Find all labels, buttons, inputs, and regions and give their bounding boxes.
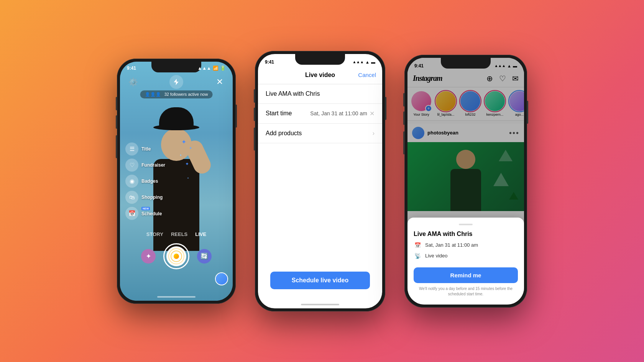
badges-menu-item[interactable]: ◉ Badges bbox=[125, 175, 165, 188]
badges-icon: ◉ bbox=[125, 175, 138, 188]
signal-icon: ▲▲▲ bbox=[197, 66, 211, 71]
sheet-handle bbox=[459, 224, 473, 225]
tools-button[interactable] bbox=[169, 75, 183, 89]
title-label: Title bbox=[141, 146, 151, 152]
live-header: ⚙️ ✕ bbox=[120, 75, 233, 89]
form-title: Live video bbox=[305, 72, 335, 79]
lightning-icon bbox=[172, 78, 180, 86]
followers-bar: 👤👤👤 32 followers active now bbox=[140, 90, 213, 98]
side-menu: ☰ Title ♡ Fundraiser ◉ Badges 🛍 Shopping bbox=[125, 143, 165, 220]
fundraiser-icon: ♡ bbox=[125, 159, 138, 172]
phones-container: ✦ ✦ ✦ ✦ ✦ bbox=[117, 51, 527, 311]
status-bar-phone1: 9:41 ▲▲▲ 📶 🔋 bbox=[120, 62, 233, 72]
start-time-value: Sat, Jan 31 at 11:00 am bbox=[310, 110, 367, 116]
phone-instagram-feed: 9:41 ▲▲▲ ▲ ▬ Instagram ⊕ ♡ ✉ bbox=[404, 55, 527, 308]
volume-up-button[interactable] bbox=[116, 97, 117, 110]
home-indicator bbox=[157, 296, 196, 298]
camera-mode-tabs: STORY REELS LIVE bbox=[120, 231, 233, 237]
shopping-menu-item[interactable]: 🛍 Shopping bbox=[125, 191, 165, 204]
phone-live-camera: ✦ ✦ ✦ ✦ ✦ bbox=[117, 59, 236, 304]
sheet-title: Live AMA with Chris bbox=[414, 231, 518, 238]
follower-avatars: 👤👤👤 bbox=[145, 92, 161, 97]
title-menu-item[interactable]: ☰ Title bbox=[125, 143, 165, 156]
signal-icon-2: ▲▲▲ bbox=[352, 60, 364, 64]
chevron-right-icon: › bbox=[373, 130, 375, 137]
close-icon: ✕ bbox=[216, 77, 223, 87]
type-row: 📡 Live video bbox=[414, 252, 518, 260]
schedule-btn-container: Schedule live video bbox=[258, 264, 382, 297]
camera-controls: ✦ bbox=[120, 243, 233, 269]
calendar-icon: 📅 bbox=[414, 241, 421, 249]
remind-me-button[interactable]: Remind me bbox=[414, 267, 518, 283]
notify-text: We'll notify you a day before and 15 min… bbox=[414, 286, 518, 297]
schedule-icon: 📅 bbox=[125, 207, 138, 220]
add-products-label: Add products bbox=[266, 130, 302, 137]
status-icons: ▲▲▲ 📶 🔋 bbox=[197, 66, 226, 71]
reels-tab[interactable]: REELS bbox=[171, 231, 187, 237]
volume-down-button-3[interactable] bbox=[403, 111, 404, 125]
effects-icon: ✦ bbox=[146, 252, 151, 260]
power-button-3[interactable] bbox=[527, 101, 528, 124]
gear-icon: ⚙️ bbox=[128, 77, 138, 87]
close-button[interactable]: ✕ bbox=[213, 75, 227, 89]
flip-camera-button[interactable]: 🔄 bbox=[197, 249, 212, 264]
date-row: 📅 Sat, Jan 31 at 11:00 am bbox=[414, 241, 518, 249]
record-inner bbox=[166, 246, 186, 266]
fundraiser-label: Fundraiser bbox=[141, 162, 165, 168]
camera-flip-secondary[interactable] bbox=[215, 272, 228, 285]
silent-switch[interactable] bbox=[116, 135, 117, 158]
live-title-row[interactable]: Live AMA with Chris bbox=[258, 84, 382, 104]
sheet-type: Live video bbox=[425, 253, 448, 259]
add-products-row[interactable]: Add products › bbox=[258, 124, 382, 143]
schedule-live-video-button[interactable]: Schedule live video bbox=[270, 272, 370, 289]
status-icons-2: ▲▲▲ ▲ ▬ bbox=[352, 60, 375, 64]
volume-up-button-2[interactable] bbox=[254, 89, 255, 103]
followers-count: 32 followers active now bbox=[164, 92, 208, 97]
form-header: Live video Cancel bbox=[258, 66, 382, 84]
volume-up-button-3[interactable] bbox=[403, 93, 404, 106]
schedule-menu-item[interactable]: 📅 NEW Schedule bbox=[125, 207, 165, 220]
schedule-label: Schedule bbox=[141, 211, 162, 216]
phone-live-form: 9:41 ▲▲▲ ▲ ▬ Live video Cancel L bbox=[255, 51, 385, 311]
volume-down-button-2[interactable] bbox=[254, 108, 255, 121]
badges-label: Badges bbox=[141, 179, 158, 184]
start-time-value-container: Sat, Jan 31 at 11:00 am ✕ bbox=[310, 110, 375, 117]
power-button[interactable] bbox=[236, 105, 237, 128]
new-badge: NEW bbox=[141, 207, 150, 210]
wifi-icon: 📶 bbox=[213, 66, 219, 71]
bottom-controls: STORY REELS LIVE ✦ bbox=[120, 231, 233, 285]
live-camera-screen: ✦ ✦ ✦ ✦ ✦ bbox=[120, 62, 233, 301]
start-time-row[interactable]: Start time Sat, Jan 31 at 11:00 am ✕ bbox=[258, 104, 382, 124]
notch-3 bbox=[441, 58, 491, 69]
bottom-sheet: Live AMA with Chris 📅 Sat, Jan 31 at 11:… bbox=[407, 218, 524, 305]
live-video-icon: 📡 bbox=[414, 252, 421, 260]
settings-button[interactable]: ⚙️ bbox=[126, 75, 140, 89]
shopping-icon: 🛍 bbox=[125, 191, 138, 204]
time-display: 9:41 bbox=[127, 66, 136, 71]
live-tab[interactable]: LIVE bbox=[195, 231, 206, 237]
time-display-2: 9:41 bbox=[265, 59, 274, 65]
live-title-input[interactable]: Live AMA with Chris bbox=[266, 90, 375, 97]
instagram-screen: 9:41 ▲▲▲ ▲ ▬ Instagram ⊕ ♡ ✉ bbox=[407, 58, 524, 305]
record-button[interactable] bbox=[163, 243, 189, 269]
battery-icon: 🔋 bbox=[220, 66, 226, 71]
volume-down-button[interactable] bbox=[116, 115, 117, 129]
silent-switch-2[interactable] bbox=[254, 128, 255, 151]
wifi-icon-2: ▲ bbox=[365, 60, 370, 64]
flip-icon: 🔄 bbox=[200, 252, 208, 260]
power-button-2[interactable] bbox=[385, 97, 386, 120]
live-form-screen: 9:41 ▲▲▲ ▲ ▬ Live video Cancel L bbox=[258, 54, 382, 308]
shopping-label: Shopping bbox=[141, 195, 163, 200]
sheet-date: Sat, Jan 31 at 11:00 am bbox=[425, 242, 478, 248]
start-time-label: Start time bbox=[266, 110, 292, 117]
title-icon: ☰ bbox=[125, 143, 138, 156]
story-tab[interactable]: STORY bbox=[146, 231, 163, 237]
notch-2 bbox=[295, 54, 345, 65]
effects-button[interactable]: ✦ bbox=[141, 249, 156, 264]
cancel-button[interactable]: Cancel bbox=[358, 72, 376, 78]
clear-time-button[interactable]: ✕ bbox=[370, 110, 375, 117]
home-indicator-2 bbox=[301, 304, 339, 305]
battery-icon-2: ▬ bbox=[371, 60, 375, 64]
silent-switch-3[interactable] bbox=[403, 131, 404, 154]
fundraiser-menu-item[interactable]: ♡ Fundraiser bbox=[125, 159, 165, 172]
